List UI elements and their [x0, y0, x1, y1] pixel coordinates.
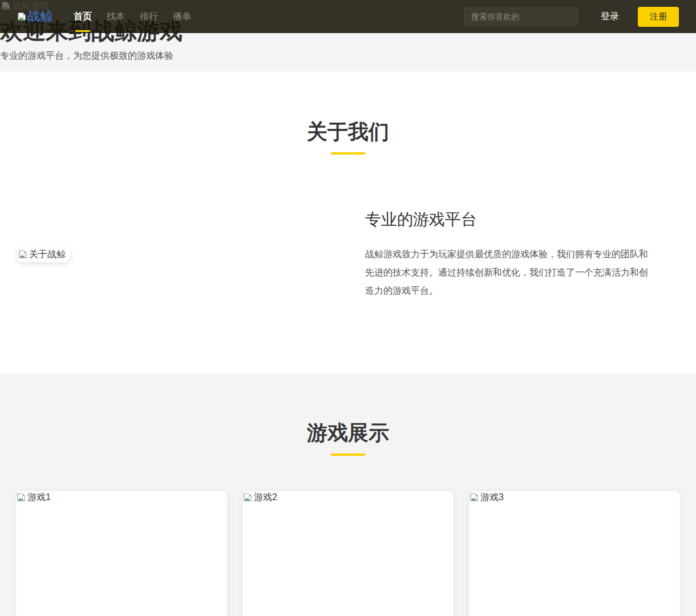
broken-image-icon [243, 493, 252, 502]
search-input[interactable] [464, 7, 578, 26]
about-text-column: 专业的游戏平台 战鲸游戏致力于为玩家提供最优质的游戏体验，我们拥有专业的团队和先… [365, 209, 680, 300]
logo-broken-image [17, 12, 26, 21]
about-description: 战鲸游戏致力于为玩家提供最优质的游戏体验，我们拥有专业的团队和先进的技术支持。通… [365, 245, 650, 300]
about-broken-image: 关于战鲸 [17, 246, 70, 262]
navbar: 战鲸 首页 找本 排行 播单 登录 注册 [0, 0, 696, 33]
logo-text: 战鲸 [27, 8, 52, 25]
broken-image-icon [470, 493, 479, 502]
hero-image-alt-text: 战鲸游戏 [12, 1, 48, 10]
game-1-broken-image: 游戏1 [16, 491, 51, 502]
games-section: 游戏展示 游戏1 游戏2 游戏3 [0, 373, 696, 616]
broken-image-icon [1, 1, 10, 10]
login-button[interactable]: 登录 [601, 11, 619, 23]
nav-item-home[interactable]: 首页 [74, 0, 92, 33]
nav-item-find[interactable]: 找本 [107, 0, 125, 33]
hero-broken-background-image: 战鲸游戏 [1, 1, 48, 10]
broken-image-icon [18, 250, 27, 259]
about-section: 关于我们 关于战鲸 专业的游戏平台 战鲸游戏致力于为玩家提供最优质的游戏体验，我… [0, 71, 696, 373]
game-cards-row: 游戏1 游戏2 游戏3 [16, 491, 680, 616]
title-underline-bar [331, 152, 365, 155]
games-section-title: 游戏展示 [16, 420, 680, 445]
game-2-image-alt-text: 游戏2 [254, 493, 277, 502]
about-image-alt-text: 关于战鲸 [29, 250, 66, 259]
about-image-column: 关于战鲸 [16, 246, 331, 262]
nav-item-ranking[interactable]: 排行 [140, 0, 158, 33]
game-card-2[interactable]: 游戏2 [242, 491, 454, 616]
game-2-broken-image: 游戏2 [242, 491, 277, 502]
about-heading: 专业的游戏平台 [365, 209, 680, 230]
hero-subtitle: 专业的游戏平台，为您提供极致的游戏体验 [0, 50, 696, 62]
about-content-row: 关于战鲸 专业的游戏平台 战鲸游戏致力于为玩家提供最优质的游戏体验，我们拥有专业… [16, 209, 680, 373]
about-section-title: 关于我们 [0, 119, 696, 144]
logo-link[interactable]: 战鲸 [17, 8, 52, 25]
title-underline-bar [331, 453, 365, 456]
game-card-3[interactable]: 游戏3 [469, 491, 680, 616]
broken-image-icon [17, 12, 26, 21]
game-3-broken-image: 游戏3 [469, 491, 504, 502]
game-1-image-alt-text: 游戏1 [27, 493, 51, 502]
broken-image-icon [17, 493, 26, 502]
game-3-image-alt-text: 游戏3 [480, 493, 504, 502]
nav-item-playlist[interactable]: 播单 [173, 0, 191, 33]
game-card-1[interactable]: 游戏1 [16, 491, 227, 616]
nav-menu: 首页 找本 排行 播单 [74, 0, 191, 33]
register-button[interactable]: 注册 [638, 7, 679, 27]
